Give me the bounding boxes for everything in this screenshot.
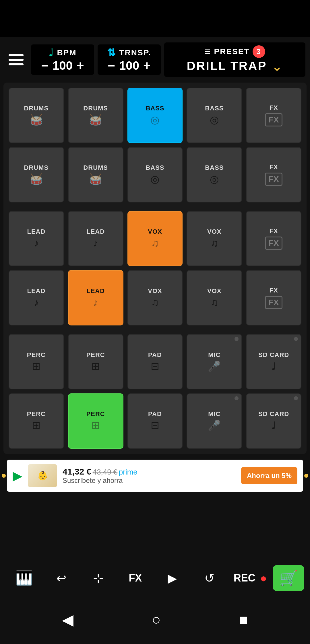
preset-label-row: ≡ PRESET 3 (204, 45, 265, 58)
fx-button[interactable]: FX (117, 561, 154, 595)
pad-5-0[interactable]: PERC⊞ (9, 393, 64, 449)
pad-mic-icon: 🎤 (208, 360, 221, 372)
pad-label: PERC (27, 410, 46, 418)
trnsp-decrease-button[interactable]: − (108, 59, 115, 72)
play-button[interactable]: ▶ (154, 561, 191, 595)
pad-3-4[interactable]: FXFX (246, 270, 301, 325)
pad-label: LEAD (27, 287, 45, 295)
pad-fx-icon: FX (265, 173, 283, 186)
bpm-label: BPM (57, 48, 76, 57)
pad-label: BASS (146, 105, 164, 112)
ad-cta-button[interactable]: Ahorra un 5% (241, 467, 297, 484)
ad-price-strikethrough: 43,49 € (93, 468, 118, 476)
pad-indicator-dot (294, 337, 298, 341)
trnsp-value: 100 (119, 59, 139, 73)
pad-lead-icon: ♪ (34, 237, 39, 249)
preset-name-row[interactable]: DRILL TRAP ⌄ (187, 58, 283, 74)
nav-recents-button[interactable]: ■ (239, 611, 248, 628)
nav-back-button[interactable]: ◀ (62, 611, 73, 628)
pad-2-3[interactable]: VOX♫ (187, 211, 242, 266)
pad-label: FX (270, 163, 278, 171)
pad-1-4[interactable]: FXFX (246, 147, 301, 202)
pad-5-2[interactable]: PAD⊟ (127, 393, 183, 449)
bpm-value: 100 (53, 59, 73, 73)
pad-label: PAD (148, 410, 162, 418)
pad-5-1[interactable]: PERC⊞ (68, 393, 123, 449)
pad-5-4[interactable]: SD CARD♩ (246, 393, 301, 449)
pad-label: DRUMS (24, 105, 49, 112)
pad-2-2[interactable]: VOX♫ (127, 211, 183, 266)
pad-0-2[interactable]: BASS◎ (127, 88, 183, 143)
rec-section: REC ● (228, 572, 273, 585)
rec-label: REC (234, 572, 255, 584)
pad-row-1: DRUMS🥁DRUMS🥁BASS◎BASS◎FXFX (9, 147, 301, 202)
preset-name: DRILL TRAP (187, 59, 267, 73)
mixer-button[interactable]: ⊹ (80, 561, 117, 595)
pad-4-1[interactable]: PERC⊞ (68, 334, 123, 389)
pad-4-2[interactable]: PAD⊟ (127, 334, 183, 389)
ad-left-connector (2, 474, 6, 478)
pad-row-3: LEAD♪LEAD♪VOX♫VOX♫FXFX (9, 270, 301, 325)
ad-price: 41,32 € (63, 467, 91, 476)
pad-1-0[interactable]: DRUMS🥁 (9, 147, 64, 202)
rec-dot-icon[interactable]: ● (260, 572, 267, 585)
pad-indicator-dot (235, 337, 239, 341)
pad-grid: DRUMS🥁DRUMS🥁BASS◎BASS◎FXFXDRUMS🥁DRUMS🥁BA… (3, 83, 307, 454)
trnsp-increase-button[interactable]: + (143, 59, 151, 72)
pad-0-1[interactable]: DRUMS🥁 (68, 88, 123, 143)
nav-home-button[interactable]: ○ (152, 611, 161, 628)
cart-button[interactable]: 🛒 (273, 565, 304, 591)
pad-drums-icon: 🥁 (89, 173, 102, 185)
ad-play-icon: ▶ (13, 468, 22, 483)
pad-mic-icon: 🎤 (208, 419, 221, 432)
pad-1-2[interactable]: BASS◎ (127, 147, 183, 202)
pad-perc-icon: ⊞ (32, 419, 40, 432)
loop-button[interactable]: ↺ (191, 561, 228, 595)
pad-2-4[interactable]: FXFX (246, 211, 301, 266)
pad-label: BASS (205, 164, 224, 171)
ad-prime-label: prime (119, 468, 137, 476)
pad-0-4[interactable]: FXFX (246, 88, 301, 143)
bpm-increase-button[interactable]: + (77, 59, 84, 72)
pad-0-0[interactable]: DRUMS🥁 (9, 88, 64, 143)
pad-label: BASS (205, 105, 224, 112)
pad-2-1[interactable]: LEAD♪ (68, 211, 123, 266)
row-group-separator (9, 206, 301, 211)
status-bar (0, 0, 310, 37)
preset-label: PRESET (214, 47, 249, 56)
pad-3-1[interactable]: LEAD♪ (68, 270, 123, 325)
pad-4-4[interactable]: SD CARD♩ (246, 334, 301, 389)
back-button[interactable]: ↩ (43, 561, 80, 595)
pad-0-3[interactable]: BASS◎ (187, 88, 242, 143)
trnsp-section: ⇅ TRNSP. − 100 + (98, 44, 161, 75)
pad-1-3[interactable]: BASS◎ (187, 147, 242, 202)
preset-badge: 3 (253, 45, 265, 58)
pad-label: LEAD (86, 228, 105, 235)
ad-banner[interactable]: ▶ 👶 41,32 € 43,49 € prime Suscríbete y a… (7, 460, 303, 492)
pad-row-5: PERC⊞PERC⊞PAD⊟MIC🎤SD CARD♩ (9, 393, 301, 449)
pad-lead-icon: ♪ (93, 237, 98, 249)
bpm-decrease-button[interactable]: − (41, 59, 49, 72)
pad-1-1[interactable]: DRUMS🥁 (68, 147, 123, 202)
piano-button[interactable]: 🎹 (6, 561, 43, 595)
trnsp-icon: ⇅ (107, 47, 116, 59)
pad-pad-icon: ⊟ (151, 419, 159, 432)
pad-3-0[interactable]: LEAD♪ (9, 270, 64, 325)
pad-label: MIC (208, 410, 220, 418)
ad-product-image: 👶 (28, 464, 57, 487)
pad-4-3[interactable]: MIC🎤 (187, 334, 242, 389)
pad-drums-icon: 🥁 (30, 114, 43, 126)
pad-2-0[interactable]: LEAD♪ (9, 211, 64, 266)
pad-label: PERC (27, 351, 46, 359)
pad-3-3[interactable]: VOX♫ (187, 270, 242, 325)
pad-label: FX (270, 227, 278, 235)
pad-5-3[interactable]: MIC🎤 (187, 393, 242, 449)
pad-indicator-dot (294, 396, 298, 400)
hamburger-button[interactable] (5, 51, 28, 68)
preset-dropdown-icon[interactable]: ⌄ (271, 58, 283, 74)
pad-4-0[interactable]: PERC⊞ (9, 334, 64, 389)
pad-perc-icon: ⊞ (32, 360, 40, 372)
pad-label: PERC (86, 410, 105, 418)
pad-3-2[interactable]: VOX♫ (127, 270, 183, 325)
pad-bass-icon: ◎ (210, 114, 219, 126)
